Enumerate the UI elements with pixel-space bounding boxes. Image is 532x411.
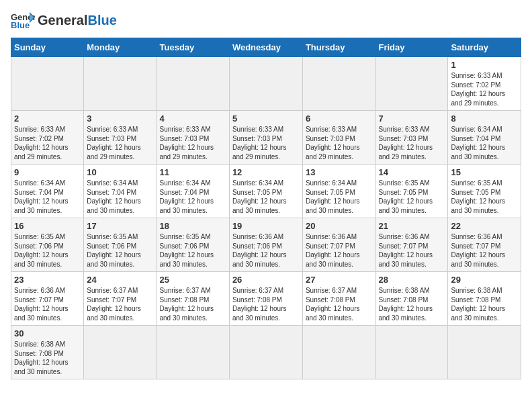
day-number: 12 (232, 167, 300, 177)
day-of-week-header: Monday (84, 38, 157, 57)
day-info: Sunrise: 6:36 AM Sunset: 7:07 PM Dayligh… (379, 232, 445, 269)
day-of-week-header: Sunday (11, 38, 84, 57)
svg-text:Blue: Blue (11, 20, 30, 30)
calendar-cell: 23Sunrise: 6:36 AM Sunset: 7:07 PM Dayli… (11, 272, 84, 326)
calendar-cell: 30Sunrise: 6:38 AM Sunset: 7:08 PM Dayli… (11, 326, 84, 379)
day-number: 23 (14, 275, 81, 285)
day-of-week-header: Tuesday (157, 38, 229, 57)
calendar-cell: 21Sunrise: 6:36 AM Sunset: 7:07 PM Dayli… (375, 218, 448, 272)
day-info: Sunrise: 6:33 AM Sunset: 7:03 PM Dayligh… (306, 125, 373, 161)
day-info: Sunrise: 6:37 AM Sunset: 7:07 PM Dayligh… (87, 286, 153, 322)
day-info: Sunrise: 6:36 AM Sunset: 7:07 PM Dayligh… (451, 232, 518, 269)
calendar-cell (375, 326, 448, 379)
day-number: 30 (14, 328, 81, 338)
calendar-cell: 28Sunrise: 6:38 AM Sunset: 7:08 PM Dayli… (375, 272, 448, 326)
calendar-cell: 29Sunrise: 6:38 AM Sunset: 7:08 PM Dayli… (448, 272, 521, 326)
day-number: 21 (379, 221, 445, 231)
day-info: Sunrise: 6:33 AM Sunset: 7:02 PM Dayligh… (451, 71, 518, 107)
calendar-cell (229, 326, 302, 379)
calendar-cell (229, 57, 302, 111)
calendar-cell: 16Sunrise: 6:35 AM Sunset: 7:06 PM Dayli… (11, 218, 84, 272)
calendar-cell: 14Sunrise: 6:35 AM Sunset: 7:05 PM Dayli… (375, 165, 448, 218)
day-number: 18 (160, 221, 226, 231)
day-info: Sunrise: 6:34 AM Sunset: 7:05 PM Dayligh… (306, 179, 373, 215)
day-info: Sunrise: 6:38 AM Sunset: 7:08 PM Dayligh… (379, 286, 445, 322)
day-number: 3 (87, 113, 153, 124)
calendar-cell: 13Sunrise: 6:34 AM Sunset: 7:05 PM Dayli… (302, 165, 375, 218)
day-number: 2 (14, 113, 81, 124)
calendar-cell (84, 57, 157, 111)
calendar-cell: 11Sunrise: 6:34 AM Sunset: 7:04 PM Dayli… (157, 165, 229, 218)
day-info: Sunrise: 6:33 AM Sunset: 7:02 PM Dayligh… (14, 125, 81, 161)
day-info: Sunrise: 6:36 AM Sunset: 7:07 PM Dayligh… (306, 232, 373, 269)
day-number: 17 (87, 221, 153, 231)
day-number: 16 (14, 221, 81, 231)
calendar-cell: 18Sunrise: 6:35 AM Sunset: 7:06 PM Dayli… (157, 218, 229, 272)
day-number: 5 (232, 113, 300, 124)
day-number: 27 (306, 275, 373, 285)
calendar-cell: 3Sunrise: 6:33 AM Sunset: 7:03 PM Daylig… (84, 111, 157, 165)
calendar-table: SundayMondayTuesdayWednesdayThursdayFrid… (11, 38, 521, 379)
calendar-cell: 10Sunrise: 6:34 AM Sunset: 7:04 PM Dayli… (84, 165, 157, 218)
day-info: Sunrise: 6:34 AM Sunset: 7:04 PM Dayligh… (87, 179, 153, 215)
day-number: 13 (306, 167, 373, 177)
day-number: 8 (451, 113, 518, 124)
day-info: Sunrise: 6:33 AM Sunset: 7:03 PM Dayligh… (87, 125, 153, 161)
day-number: 19 (232, 221, 300, 231)
day-info: Sunrise: 6:38 AM Sunset: 7:08 PM Dayligh… (451, 286, 518, 322)
day-number: 1 (451, 60, 518, 70)
day-number: 11 (160, 167, 226, 177)
day-number: 24 (87, 275, 153, 285)
day-number: 25 (160, 275, 226, 285)
calendar-week-row: 16Sunrise: 6:35 AM Sunset: 7:06 PM Dayli… (11, 218, 521, 272)
day-info: Sunrise: 6:37 AM Sunset: 7:08 PM Dayligh… (232, 286, 300, 322)
calendar-cell: 8Sunrise: 6:34 AM Sunset: 7:04 PM Daylig… (448, 111, 521, 165)
calendar-week-row: 30Sunrise: 6:38 AM Sunset: 7:08 PM Dayli… (11, 326, 521, 379)
calendar-week-row: 2Sunrise: 6:33 AM Sunset: 7:02 PM Daylig… (11, 111, 521, 165)
logo: General Blue GeneralBlue (11, 11, 117, 30)
calendar-cell: 6Sunrise: 6:33 AM Sunset: 7:03 PM Daylig… (302, 111, 375, 165)
day-info: Sunrise: 6:35 AM Sunset: 7:05 PM Dayligh… (379, 179, 445, 215)
day-number: 4 (160, 113, 226, 124)
logo-icon: General Blue (11, 11, 35, 30)
day-number: 10 (87, 167, 153, 177)
day-number: 15 (451, 167, 518, 177)
calendar-cell: 19Sunrise: 6:36 AM Sunset: 7:06 PM Dayli… (229, 218, 302, 272)
day-info: Sunrise: 6:34 AM Sunset: 7:04 PM Dayligh… (160, 179, 226, 215)
day-of-week-header: Wednesday (229, 38, 302, 57)
calendar-cell (448, 326, 521, 379)
day-info: Sunrise: 6:36 AM Sunset: 7:06 PM Dayligh… (232, 232, 300, 269)
day-number: 29 (451, 275, 518, 285)
calendar-cell: 20Sunrise: 6:36 AM Sunset: 7:07 PM Dayli… (302, 218, 375, 272)
day-info: Sunrise: 6:34 AM Sunset: 7:04 PM Dayligh… (451, 125, 518, 161)
day-of-week-header: Thursday (302, 38, 375, 57)
calendar-cell: 7Sunrise: 6:33 AM Sunset: 7:03 PM Daylig… (375, 111, 448, 165)
calendar-cell: 9Sunrise: 6:34 AM Sunset: 7:04 PM Daylig… (11, 165, 84, 218)
day-number: 7 (379, 113, 445, 124)
day-info: Sunrise: 6:38 AM Sunset: 7:08 PM Dayligh… (14, 340, 81, 376)
header: General Blue GeneralBlue (11, 11, 521, 30)
calendar-cell: 4Sunrise: 6:33 AM Sunset: 7:03 PM Daylig… (157, 111, 229, 165)
calendar-cell (302, 57, 375, 111)
calendar-cell: 25Sunrise: 6:37 AM Sunset: 7:08 PM Dayli… (157, 272, 229, 326)
calendar-week-row: 9Sunrise: 6:34 AM Sunset: 7:04 PM Daylig… (11, 165, 521, 218)
day-of-week-header: Friday (375, 38, 448, 57)
calendar-cell (302, 326, 375, 379)
day-info: Sunrise: 6:37 AM Sunset: 7:08 PM Dayligh… (160, 286, 226, 322)
calendar-cell: 5Sunrise: 6:33 AM Sunset: 7:03 PM Daylig… (229, 111, 302, 165)
calendar-cell (157, 326, 229, 379)
day-info: Sunrise: 6:35 AM Sunset: 7:06 PM Dayligh… (160, 232, 226, 269)
calendar-cell: 17Sunrise: 6:35 AM Sunset: 7:06 PM Dayli… (84, 218, 157, 272)
calendar-cell: 15Sunrise: 6:35 AM Sunset: 7:05 PM Dayli… (448, 165, 521, 218)
day-info: Sunrise: 6:35 AM Sunset: 7:05 PM Dayligh… (451, 179, 518, 215)
calendar-cell (375, 57, 448, 111)
calendar-cell (84, 326, 157, 379)
calendar-week-row: 1Sunrise: 6:33 AM Sunset: 7:02 PM Daylig… (11, 57, 521, 111)
day-info: Sunrise: 6:37 AM Sunset: 7:08 PM Dayligh… (306, 286, 373, 322)
day-info: Sunrise: 6:34 AM Sunset: 7:04 PM Dayligh… (14, 179, 81, 215)
day-number: 14 (379, 167, 445, 177)
day-info: Sunrise: 6:34 AM Sunset: 7:05 PM Dayligh… (232, 179, 300, 215)
day-info: Sunrise: 6:35 AM Sunset: 7:06 PM Dayligh… (87, 232, 153, 269)
calendar-cell: 22Sunrise: 6:36 AM Sunset: 7:07 PM Dayli… (448, 218, 521, 272)
day-number: 26 (232, 275, 300, 285)
